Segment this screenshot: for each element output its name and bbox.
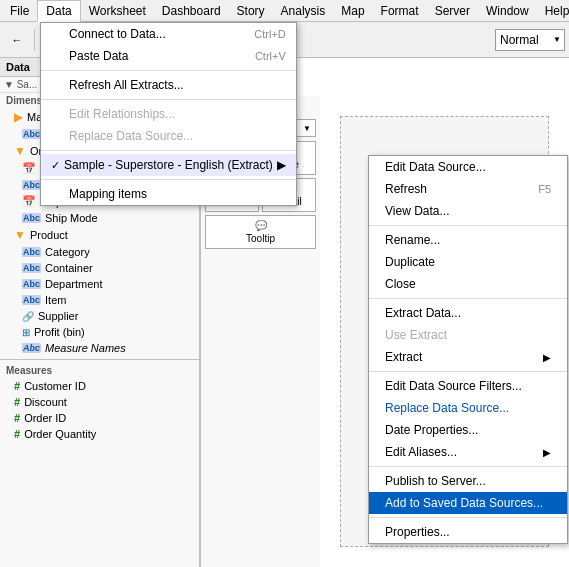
data-dropdown-menu: Connect to Data... Ctrl+D Paste Data Ctr…	[40, 22, 297, 206]
toolbar-separator-1	[34, 29, 35, 51]
sidebar-item-discount[interactable]: # Discount	[0, 394, 199, 410]
bin-icon: ⊞	[22, 327, 30, 338]
hash-icon-2: #	[14, 396, 20, 408]
ctx-publish-server[interactable]: Publish to Server...	[369, 470, 567, 492]
sidebar-item-profit-bin[interactable]: ⊞ Profit (bin)	[0, 324, 199, 340]
folder-icon-3: ▼	[14, 228, 26, 242]
abc-icon: Abc	[22, 129, 41, 139]
data-tab-label[interactable]: Data	[6, 61, 30, 73]
chevron-down-icon: ▼	[303, 124, 311, 133]
menu-sep-3	[41, 150, 296, 151]
abc-icon-8: Abc	[22, 343, 41, 353]
calendar-icon: 📅	[22, 162, 36, 175]
hash-icon: #	[14, 380, 20, 392]
menu-format[interactable]: Format	[373, 0, 427, 22]
view-type-label: Normal	[500, 33, 539, 47]
link-icon: 🔗	[22, 311, 34, 322]
menu-sep-1	[41, 70, 296, 71]
sidebar-item-measure-names[interactable]: Abc Measure Names	[0, 340, 199, 356]
folder-icon: ▶	[14, 110, 23, 124]
abc-icon-4: Abc	[22, 247, 41, 257]
menu-help[interactable]: Help	[537, 0, 569, 22]
menu-story[interactable]: Story	[229, 0, 273, 22]
view-type-area: Normal	[495, 29, 565, 51]
menu-connect-data[interactable]: Connect to Data... Ctrl+D	[41, 23, 296, 45]
ctx-edit-filters[interactable]: Edit Data Source Filters...	[369, 375, 567, 397]
menu-paste-data[interactable]: Paste Data Ctrl+V	[41, 45, 296, 67]
menu-edit-relationships: Edit Relationships...	[41, 103, 296, 125]
measures-list: # Customer ID # Discount # Order ID # Or…	[0, 378, 199, 442]
menu-worksheet[interactable]: Worksheet	[81, 0, 154, 22]
menu-analysis[interactable]: Analysis	[273, 0, 334, 22]
sidebar-item-supplier[interactable]: 🔗 Supplier	[0, 308, 199, 324]
tooltip-icon: 💬	[255, 220, 267, 231]
ctx-close[interactable]: Close	[369, 273, 567, 295]
ctx-use-extract: Use Extract	[369, 324, 567, 346]
abc-icon-3: Abc	[22, 213, 41, 223]
hash-icon-4: #	[14, 428, 20, 440]
menu-sample-superstore[interactable]: ✓ Sample - Superstore - English (Extract…	[41, 154, 296, 176]
sidebar-item-product-group[interactable]: ▼ Product	[0, 226, 199, 244]
check-icon: ✓	[51, 159, 60, 172]
sidebar-divider	[0, 359, 199, 360]
menu-dashboard[interactable]: Dashboard	[154, 0, 229, 22]
ctx-sep-4	[369, 466, 567, 467]
ctx-replace-source[interactable]: Replace Data Source...	[369, 397, 567, 419]
sidebar-item-ship-mode[interactable]: Abc Ship Mode	[0, 210, 199, 226]
marks-tooltip-btn[interactable]: 💬 Tooltip	[205, 215, 316, 249]
ctx-refresh[interactable]: Refresh F5	[369, 178, 567, 200]
ctx-extract-data[interactable]: Extract Data...	[369, 302, 567, 324]
ctx-duplicate[interactable]: Duplicate	[369, 251, 567, 273]
menubar: File Data Worksheet Dashboard Story Anal…	[0, 0, 569, 22]
menu-replace-source: Replace Data Source...	[41, 125, 296, 147]
sidebar-item-order-quantity[interactable]: # Order Quantity	[0, 426, 199, 442]
ctx-sep-2	[369, 298, 567, 299]
hash-icon-3: #	[14, 412, 20, 424]
ctx-edit-data-source[interactable]: Edit Data Source...	[369, 156, 567, 178]
calendar-icon-2: 📅	[22, 195, 36, 208]
ctx-edit-aliases[interactable]: Edit Aliases... ▶	[369, 441, 567, 463]
sidebar-item-customer-id[interactable]: # Customer ID	[0, 378, 199, 394]
menu-sep-2	[41, 99, 296, 100]
ctx-properties[interactable]: Properties...	[369, 521, 567, 543]
arrow-right-icon-2: ▶	[543, 352, 551, 363]
folder-icon-2: ▼	[14, 144, 26, 158]
sidebar-item-order-id[interactable]: # Order ID	[0, 410, 199, 426]
arrow-right-icon: ▶	[277, 158, 286, 172]
menu-window[interactable]: Window	[478, 0, 537, 22]
sidebar-item-container[interactable]: Abc Container	[0, 260, 199, 276]
sidebar-item-department[interactable]: Abc Department	[0, 276, 199, 292]
menu-file[interactable]: File	[2, 0, 37, 22]
ctx-date-properties[interactable]: Date Properties...	[369, 419, 567, 441]
back-button[interactable]: ←	[4, 27, 30, 53]
ctx-sep-3	[369, 371, 567, 372]
arrow-right-icon-3: ▶	[543, 447, 551, 458]
ctx-extract[interactable]: Extract ▶	[369, 346, 567, 368]
ctx-view-data[interactable]: View Data...	[369, 200, 567, 222]
ctx-sep-1	[369, 225, 567, 226]
menu-map[interactable]: Map	[333, 0, 372, 22]
ctx-sep-5	[369, 517, 567, 518]
ctx-rename[interactable]: Rename...	[369, 229, 567, 251]
menu-server[interactable]: Server	[427, 0, 478, 22]
sidebar-item-category[interactable]: Abc Category	[0, 244, 199, 260]
abc-icon-6: Abc	[22, 279, 41, 289]
measures-label: Measures	[0, 363, 199, 378]
ctx-add-saved-sources[interactable]: Add to Saved Data Sources...	[369, 492, 567, 514]
menu-data[interactable]: Data	[37, 0, 80, 22]
context-menu: Edit Data Source... Refresh F5 View Data…	[368, 155, 568, 544]
sidebar-item-item[interactable]: Abc Item	[0, 292, 199, 308]
menu-sep-4	[41, 179, 296, 180]
abc-icon-5: Abc	[22, 263, 41, 273]
menu-refresh-extracts[interactable]: Refresh All Extracts...	[41, 74, 296, 96]
abc-icon-7: Abc	[22, 295, 41, 305]
view-type-dropdown[interactable]: Normal	[495, 29, 565, 51]
abc-icon-2: Abc	[22, 180, 41, 190]
menu-mapping-items[interactable]: Mapping items	[41, 183, 296, 205]
